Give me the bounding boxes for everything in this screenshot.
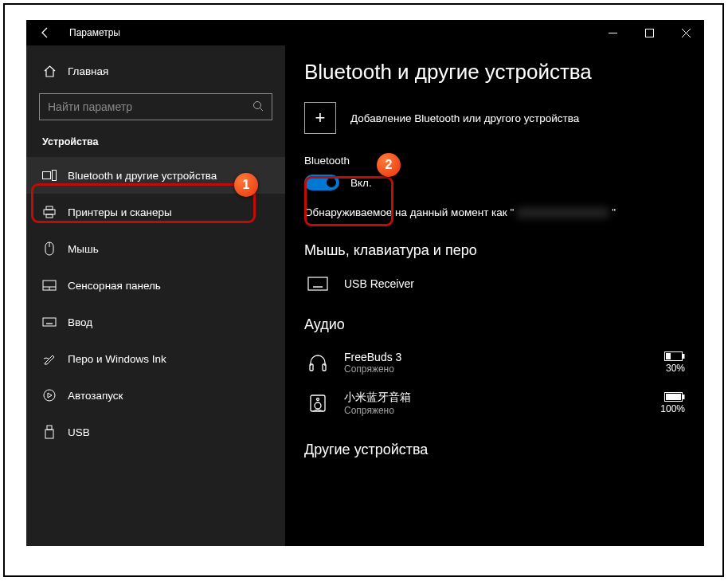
svg-point-20 [44, 390, 55, 401]
device-status: Сопряжено [344, 405, 648, 416]
sidebar-item-label: Автозапуск [68, 390, 123, 402]
mouse-icon [42, 241, 57, 256]
minimize-button[interactable] [594, 20, 631, 45]
svg-rect-40 [666, 394, 681, 400]
maximize-button[interactable] [631, 20, 667, 45]
svg-line-3 [260, 108, 264, 111]
maximize-icon [645, 29, 654, 37]
annotation-badge-2: 2 [377, 153, 401, 177]
close-icon [682, 29, 691, 37]
home-icon [42, 64, 57, 78]
device-row-xiaomi[interactable]: 小米蓝牙音箱 Сопряжено 100% [304, 383, 685, 424]
discover-prefix: Обнаруживаемое на данный момент как " [304, 206, 514, 218]
sidebar-item-label: Перо и Windows Ink [68, 353, 166, 365]
svg-point-2 [254, 101, 261, 108]
battery-icon [664, 392, 685, 402]
sidebar-item-autoplay[interactable]: Автозапуск [26, 377, 285, 414]
svg-rect-1 [645, 29, 653, 37]
sidebar-item-label: Принтеры и сканеры [68, 206, 172, 218]
device-name-blurred [517, 207, 609, 218]
window-controls [594, 20, 704, 45]
search-icon [252, 100, 264, 114]
section-mouse-kb: Мышь, клавиатура и перо [304, 242, 685, 259]
sidebar-section-label: Устройства [26, 130, 285, 157]
annotation-badge-1: 1 [234, 173, 258, 197]
headphones-icon [304, 353, 331, 372]
battery-value: 100% [660, 403, 685, 414]
sidebar-item-label: Сенсорная панель [68, 280, 161, 292]
main-content: Bluetooth и другие устройства + Добавлен… [285, 45, 704, 546]
arrow-left-icon [39, 26, 52, 39]
section-other: Другие устройства [304, 442, 685, 458]
svg-rect-33 [683, 354, 685, 359]
svg-rect-21 [47, 426, 52, 430]
page-title: Bluetooth и другие устройства [304, 60, 685, 84]
battery-indicator: 100% [660, 392, 685, 414]
touchpad-icon [42, 278, 57, 292]
svg-point-36 [315, 402, 321, 409]
home-link[interactable]: Главная [26, 53, 285, 88]
printer-icon [42, 205, 57, 219]
toggle-state-label: Вкл. [350, 177, 372, 189]
sidebar-item-label: Мышь [68, 243, 99, 255]
keyboard-icon [42, 315, 57, 329]
svg-rect-30 [310, 364, 313, 371]
svg-rect-4 [43, 172, 51, 179]
autoplay-icon [42, 388, 57, 402]
svg-rect-5 [53, 171, 57, 181]
sidebar-item-touchpad[interactable]: Сенсорная панель [26, 267, 285, 304]
bluetooth-toggle[interactable] [304, 175, 339, 190]
keyboard-device-icon [304, 277, 331, 291]
battery-value: 30% [666, 363, 685, 374]
discover-suffix: " [612, 206, 616, 218]
back-button[interactable] [26, 20, 65, 45]
section-audio: Аудио [304, 316, 685, 333]
home-label: Главная [68, 65, 108, 77]
svg-rect-22 [45, 430, 53, 438]
sidebar-item-pen[interactable]: Перо и Windows Ink [26, 340, 285, 377]
svg-rect-6 [46, 206, 53, 210]
sidebar-item-label: Bluetooth и другие устройства [68, 170, 217, 182]
sidebar-item-label: Ввод [68, 316, 92, 328]
usb-icon [42, 425, 57, 439]
search-input[interactable] [48, 100, 252, 113]
search-box[interactable] [39, 93, 272, 120]
add-device-label: Добавление Bluetooth или другого устройс… [350, 112, 579, 124]
device-row-usb-receiver[interactable]: USB Receiver [304, 269, 685, 299]
svg-rect-23 [308, 277, 327, 290]
settings-window: Параметры Главная Устройства [26, 20, 704, 546]
sidebar-item-printers[interactable]: Принтеры и сканеры [26, 194, 285, 230]
pen-icon [42, 351, 57, 366]
device-name: FreeBuds 3 [344, 351, 652, 363]
svg-rect-34 [666, 353, 671, 359]
svg-point-37 [317, 398, 319, 401]
speaker-icon [304, 394, 331, 413]
close-button[interactable] [667, 20, 704, 45]
sidebar-item-usb[interactable]: USB [26, 414, 285, 450]
device-name: 小米蓝牙音箱 [344, 391, 648, 405]
plus-icon: + [304, 102, 336, 134]
svg-rect-39 [683, 395, 685, 399]
toggle-knob [327, 178, 336, 187]
svg-rect-14 [43, 318, 56, 326]
sidebar: Главная Устройства Bluetooth и другие ус… [26, 45, 285, 546]
add-device-button[interactable]: + Добавление Bluetooth или другого устро… [304, 102, 685, 134]
device-status: Сопряжено [344, 363, 652, 375]
titlebar: Параметры [26, 20, 704, 45]
devices-icon [42, 168, 57, 183]
bluetooth-label: Bluetooth [304, 155, 685, 167]
discoverable-text: Обнаруживаемое на данный момент как "" [304, 206, 685, 218]
minimize-icon [609, 29, 617, 37]
sidebar-item-typing[interactable]: Ввод [26, 304, 285, 340]
svg-rect-31 [323, 364, 326, 371]
outer-frame: Параметры Главная Устройства [3, 3, 724, 577]
battery-icon [664, 351, 685, 361]
battery-indicator: 30% [664, 351, 685, 374]
window-title: Параметры [69, 27, 594, 38]
device-name: USB Receiver [344, 277, 685, 290]
svg-rect-8 [46, 214, 53, 218]
sidebar-item-mouse[interactable]: Мышь [26, 230, 285, 267]
sidebar-item-label: USB [68, 426, 90, 438]
device-row-freebuds[interactable]: FreeBuds 3 Сопряжено 30% [304, 343, 685, 383]
svg-rect-7 [44, 210, 55, 214]
